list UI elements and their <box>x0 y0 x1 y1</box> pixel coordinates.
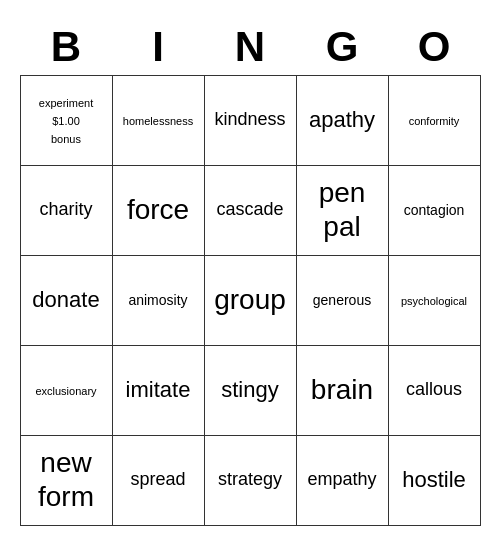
cell-text: generous <box>313 292 371 308</box>
header-letter: I <box>112 19 204 76</box>
cell-text: stingy <box>221 377 278 402</box>
cell-text: callous <box>406 379 462 399</box>
table-row: charityforcecascadepen palcontagion <box>20 165 480 255</box>
cell-text: pen pal <box>319 177 366 242</box>
bingo-cell: contagion <box>388 165 480 255</box>
cell-text: apathy <box>309 107 375 132</box>
bingo-cell: empathy <box>296 435 388 525</box>
bingo-cell: homelessness <box>112 75 204 165</box>
bingo-cell: hostile <box>388 435 480 525</box>
bingo-cell: generous <box>296 255 388 345</box>
bingo-cell: new form <box>20 435 112 525</box>
bingo-cell: strategy <box>204 435 296 525</box>
cell-text: kindness <box>214 109 285 129</box>
bingo-cell: conformity <box>388 75 480 165</box>
bingo-cell: callous <box>388 345 480 435</box>
header-letter: B <box>20 19 112 76</box>
bingo-cell: stingy <box>204 345 296 435</box>
bingo-cell: exclusionary <box>20 345 112 435</box>
cell-text: charity <box>39 199 92 219</box>
header-row: BINGO <box>20 19 480 76</box>
cell-text: experiment$1.00bonus <box>39 97 93 145</box>
cell-text: psychological <box>401 295 467 307</box>
cell-text: donate <box>32 287 99 312</box>
bingo-grid: BINGO experiment$1.00bonushomelessnesski… <box>20 19 481 526</box>
cell-text: conformity <box>409 115 460 127</box>
header-letter: O <box>388 19 480 76</box>
bingo-cell: experiment$1.00bonus <box>20 75 112 165</box>
bingo-cell: charity <box>20 165 112 255</box>
cell-text: group <box>214 284 286 315</box>
header-letter: G <box>296 19 388 76</box>
cell-text: exclusionary <box>35 385 96 397</box>
table-row: experiment$1.00bonushomelessnesskindness… <box>20 75 480 165</box>
cell-text: hostile <box>402 467 466 492</box>
bingo-cell: animosity <box>112 255 204 345</box>
cell-text: spread <box>130 469 185 489</box>
cell-text: imitate <box>126 377 191 402</box>
table-row: new formspreadstrategyempathyhostile <box>20 435 480 525</box>
cell-text: new form <box>38 447 94 512</box>
cell-text: homelessness <box>123 115 193 127</box>
bingo-cell: apathy <box>296 75 388 165</box>
cell-text: strategy <box>218 469 282 489</box>
cell-text: animosity <box>128 292 187 308</box>
bingo-cell: kindness <box>204 75 296 165</box>
cell-text: cascade <box>216 199 283 219</box>
bingo-cell: psychological <box>388 255 480 345</box>
bingo-cell: brain <box>296 345 388 435</box>
bingo-cell: force <box>112 165 204 255</box>
bingo-cell: donate <box>20 255 112 345</box>
cell-text: contagion <box>404 202 465 218</box>
bingo-cell: imitate <box>112 345 204 435</box>
bingo-cell: pen pal <box>296 165 388 255</box>
bingo-cell: spread <box>112 435 204 525</box>
bingo-cell: group <box>204 255 296 345</box>
cell-text: brain <box>311 374 373 405</box>
cell-text: force <box>127 194 189 225</box>
table-row: donateanimositygroupgenerouspsychologica… <box>20 255 480 345</box>
table-row: exclusionaryimitatestingybraincallous <box>20 345 480 435</box>
bingo-cell: cascade <box>204 165 296 255</box>
cell-text: empathy <box>307 469 376 489</box>
header-letter: N <box>204 19 296 76</box>
